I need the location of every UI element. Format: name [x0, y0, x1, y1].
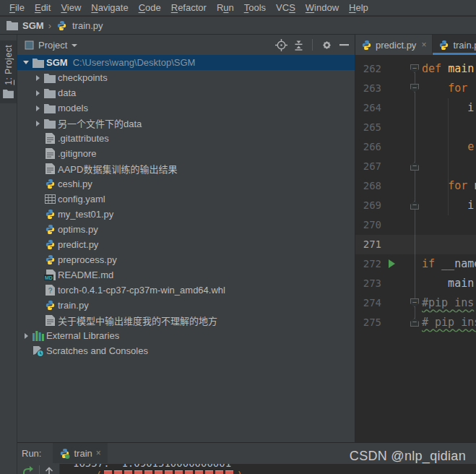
tree-item[interactable]: AAPD数据集训练的输出结果 [17, 161, 355, 176]
rerun-icon[interactable] [22, 466, 34, 474]
hide-icon[interactable] [337, 38, 350, 51]
tree-item[interactable]: SGMC:\Users\wang\Desktop\SGM [17, 55, 355, 70]
project-toolwindow-button[interactable]: 1: Project [0, 40, 17, 103]
highlight-block [195, 470, 203, 474]
line-number: 264 [355, 98, 381, 118]
close-icon[interactable]: × [421, 40, 426, 50]
line-number: 268 [355, 176, 381, 196]
up-arrow-icon[interactable] [44, 466, 54, 474]
editor-tab-label: train.py [453, 40, 476, 51]
tree-item[interactable]: .gitattributes [17, 131, 355, 146]
locate-icon[interactable] [274, 38, 287, 51]
tree-item[interactable]: ceshi.py [17, 176, 355, 191]
code-line[interactable]: 275–# pip ins [355, 313, 476, 332]
code-line[interactable]: 269– i [355, 196, 476, 215]
tree-item[interactable]: checkpoints [17, 70, 355, 85]
menu-item-file[interactable]: File [4, 0, 30, 15]
code-line[interactable]: 268 for n [355, 176, 476, 196]
code-line[interactable]: 267– [355, 157, 476, 176]
breadcrumb-file[interactable]: train.py [72, 20, 103, 31]
project-panel-title[interactable]: Project [38, 40, 67, 51]
chevron-collapsed-icon[interactable] [32, 75, 43, 81]
run-tab[interactable]: train × [53, 443, 107, 463]
text-icon [43, 148, 56, 159]
editor-tab-predict.py[interactable]: predict.py× [355, 35, 433, 55]
menu-item-edit[interactable]: Edit [30, 0, 56, 15]
settings-icon[interactable] [320, 38, 333, 51]
editor-tab-train.py[interactable]: train.py [433, 35, 476, 55]
highlight-block [124, 470, 132, 474]
markdown-icon: MD [43, 270, 56, 280]
tree-item[interactable]: optims.py [17, 222, 355, 237]
tree-item[interactable]: predict.py [17, 237, 355, 252]
tree-item[interactable]: MDREADME.md [17, 267, 355, 283]
tree-item-label: preprocess.py [58, 254, 117, 265]
fold-marker-icon[interactable]: – [410, 162, 419, 171]
tree-item-label: data [58, 87, 76, 98]
tree-item[interactable]: Scratches and Consoles [17, 343, 355, 358]
code-text: def main [422, 59, 474, 79]
code-text: e [422, 137, 474, 157]
tree-item[interactable]: my_test01.py [17, 207, 355, 222]
tree-item[interactable]: External Libraries [17, 328, 355, 343]
breadcrumb-project[interactable]: SGM [22, 20, 44, 31]
tree-item[interactable]: data [17, 85, 355, 100]
menu-item-view[interactable]: View [56, 0, 86, 15]
python-icon [43, 300, 56, 311]
fold-marker-icon[interactable]: – [410, 201, 419, 210]
menu-item-window[interactable]: Window [300, 0, 344, 15]
tree-item[interactable]: train.py [17, 298, 355, 313]
chevron-collapsed-icon[interactable] [32, 105, 43, 111]
line-number: 275 [355, 313, 381, 332]
chevron-collapsed-icon[interactable] [20, 333, 32, 339]
tree-item[interactable]: 关于模型中输出维度我的不理解的地方 [17, 313, 355, 328]
menu-item-tools[interactable]: Tools [239, 0, 271, 15]
libraries-icon [32, 331, 45, 341]
code-editor[interactable]: 262–def main263– for 264 i265266 e267–26… [355, 55, 476, 442]
tree-item[interactable]: 另一个文件下的data [17, 116, 355, 131]
chevron-expanded-icon[interactable] [20, 61, 32, 64]
python-icon [43, 224, 56, 235]
line-number: 262 [355, 59, 381, 79]
run-line-icon[interactable] [389, 259, 395, 268]
code-line[interactable]: 263– for [355, 79, 476, 98]
menu-item-code[interactable]: Code [134, 0, 166, 15]
line-number: 265 [355, 118, 381, 137]
chevron-collapsed-icon[interactable] [32, 90, 43, 96]
code-line[interactable]: 264 i [355, 98, 476, 118]
code-line[interactable]: 265 [355, 118, 476, 137]
tree-item-label: 另一个文件下的data [58, 116, 142, 130]
collapse-all-icon[interactable] [292, 38, 305, 51]
code-line[interactable]: 272if __name [355, 254, 476, 274]
tree-item[interactable]: ?torch-0.4.1-cp37-cp37m-win_amd64.whl [17, 283, 355, 298]
fold-marker-icon[interactable]: – [410, 318, 419, 327]
close-icon[interactable]: × [96, 448, 101, 458]
menu-item-help[interactable]: Help [344, 0, 373, 15]
tree-item-label: SGM [46, 57, 68, 68]
tree-item[interactable]: config.yaml [17, 191, 355, 207]
tree-item[interactable]: .gitignore [17, 146, 355, 161]
menu-item-refactor[interactable]: Refactor [166, 0, 212, 15]
fold-marker-icon[interactable]: – [410, 298, 419, 307]
code-line[interactable]: 266 e [355, 137, 476, 157]
menu-item-run[interactable]: Run [212, 0, 239, 15]
code-line[interactable]: 262–def main [355, 59, 476, 79]
project-view-icon [25, 40, 34, 50]
code-line[interactable]: 274–#pip ins [355, 293, 476, 313]
fold-marker-icon[interactable]: – [410, 84, 419, 92]
tree-item[interactable]: preprocess.py [17, 252, 355, 267]
menu-item-navigate[interactable]: Navigate [86, 0, 133, 15]
run-console[interactable]: 16557: 1.0901510000000001 () [60, 464, 476, 474]
chevron-down-icon[interactable] [72, 44, 77, 47]
tree-item[interactable]: models [17, 100, 355, 116]
code-text: #pip ins [422, 293, 474, 313]
python-file-icon [361, 40, 372, 51]
code-line[interactable]: 271 [355, 235, 476, 254]
svg-text:MD: MD [45, 275, 53, 280]
fold-marker-icon[interactable]: – [410, 64, 419, 73]
menu-item-vcs[interactable]: VCS [271, 0, 300, 15]
code-line[interactable]: 270 [355, 215, 476, 235]
code-line[interactable]: 273 main [355, 274, 476, 293]
chevron-collapsed-icon[interactable] [32, 121, 43, 126]
code-text: i [422, 98, 474, 118]
